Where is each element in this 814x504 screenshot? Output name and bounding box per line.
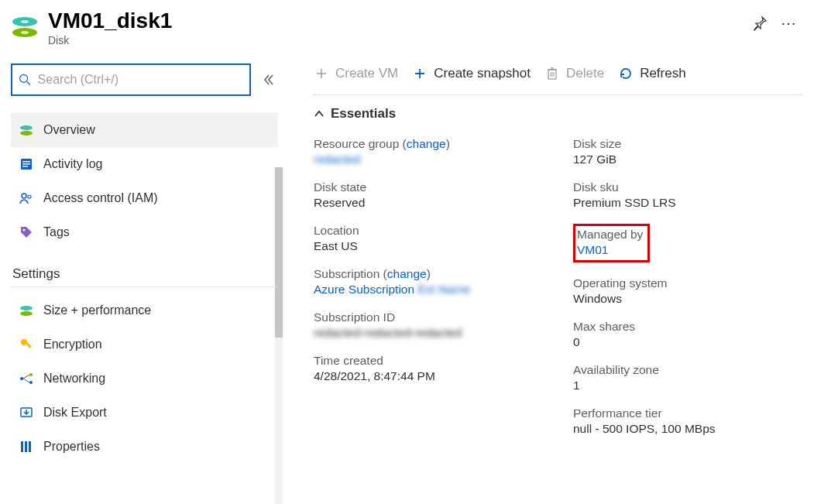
- essentials-right-col: Disk size 127 GiB Disk sku Premium SSD L…: [573, 137, 802, 450]
- tag-icon: [17, 223, 36, 242]
- sidebar-item-activity-log[interactable]: Activity log: [11, 147, 278, 181]
- disk-size-label: Disk size: [573, 137, 802, 151]
- export-icon: [17, 403, 36, 422]
- svg-point-13: [28, 195, 31, 198]
- svg-point-14: [23, 229, 26, 231]
- svg-point-15: [20, 306, 33, 310]
- sidebar-item-encryption[interactable]: Encryption: [11, 327, 278, 362]
- location-label: Location: [314, 224, 542, 238]
- disk-sku-label: Disk sku: [573, 180, 802, 194]
- button-label: Refresh: [640, 66, 686, 81]
- availability-zone-value: 1: [573, 379, 802, 393]
- essentials-label: Essentials: [331, 106, 396, 122]
- plus-icon: [412, 66, 428, 81]
- page-title: VM01_disk1: [48, 8, 750, 34]
- disk-icon: [17, 121, 36, 139]
- svg-line-5: [27, 81, 30, 84]
- essentials-left-col: Resource group (change) redacted Disk st…: [314, 137, 542, 450]
- network-icon: [17, 369, 36, 388]
- sidebar-item-label: Tags: [43, 225, 70, 239]
- os-value: Windows: [573, 292, 802, 306]
- sidebar-item-label: Activity log: [43, 157, 102, 171]
- sidebar-item-disk-export[interactable]: Disk Export: [11, 396, 278, 430]
- svg-point-7: [20, 131, 33, 135]
- button-label: Delete: [566, 66, 604, 81]
- svg-rect-18: [26, 342, 32, 348]
- search-box[interactable]: [11, 63, 251, 96]
- page-header: VM01_disk1 Disk ⋯: [0, 0, 814, 51]
- disk-state-label: Disk state: [314, 180, 542, 194]
- toolbar-divider: [314, 94, 802, 95]
- time-created-value: 4/28/2021, 8:47:44 PM: [314, 369, 542, 383]
- essentials-toggle[interactable]: Essentials: [314, 106, 802, 122]
- subscription-id-label: Subscription ID: [314, 310, 542, 324]
- sidebar-item-label: Properties: [43, 440, 100, 454]
- button-label: Create snapshot: [434, 66, 531, 81]
- svg-rect-25: [29, 441, 31, 452]
- sidebar-item-tags[interactable]: Tags: [11, 215, 278, 249]
- sidebar-divider: [11, 286, 278, 287]
- sidebar-section-settings: Settings: [11, 266, 278, 282]
- time-created-label: Time created: [314, 354, 542, 368]
- max-shares-label: Max shares: [573, 320, 802, 334]
- subscription-id-value: redacted-redacted-redacted: [314, 326, 462, 340]
- sidebar-item-size-performance[interactable]: Size + performance: [11, 293, 278, 327]
- resource-group-value[interactable]: redacted: [314, 153, 360, 166]
- refresh-icon: [618, 66, 634, 81]
- sidebar-item-access-control[interactable]: Access control (IAM): [11, 181, 278, 215]
- create-snapshot-button[interactable]: Create snapshot: [412, 66, 531, 81]
- svg-point-20: [29, 373, 33, 376]
- sidebar-item-label: Size + performance: [43, 303, 151, 317]
- svg-rect-23: [21, 441, 23, 452]
- command-bar: Create VM Create snapshot Delete Refresh: [314, 62, 802, 85]
- sidebar-item-label: Encryption: [43, 338, 102, 351]
- svg-point-12: [22, 194, 26, 198]
- search-input[interactable]: [36, 72, 243, 87]
- svg-point-4: [20, 74, 28, 82]
- disk-resource-icon: [9, 11, 40, 42]
- resource-type-label: Disk: [48, 34, 750, 46]
- resource-group-change-link[interactable]: change: [407, 137, 446, 150]
- disk-sku-value: Premium SSD LRS: [573, 196, 802, 210]
- svg-point-6: [20, 125, 33, 130]
- subscription-value[interactable]: Azure Subscription: [314, 283, 414, 296]
- button-label: Create VM: [335, 66, 398, 81]
- chevron-up-icon: [314, 108, 325, 119]
- trash-icon: [544, 66, 560, 81]
- svg-rect-10: [22, 163, 30, 165]
- key-icon: [17, 335, 36, 354]
- disk-icon: [17, 301, 36, 320]
- max-shares-value: 0: [573, 335, 802, 349]
- collapse-sidebar-button[interactable]: [260, 71, 277, 88]
- sidebar-item-label: Networking: [43, 372, 105, 386]
- os-label: Operating system: [573, 276, 802, 290]
- sidebar-item-overview[interactable]: Overview: [11, 113, 278, 147]
- availability-zone-label: Availability zone: [573, 363, 802, 377]
- svg-rect-9: [22, 161, 30, 163]
- svg-rect-11: [22, 166, 28, 167]
- sidebar-item-label: Access control (IAM): [43, 191, 158, 205]
- more-actions-button[interactable]: ⋯: [780, 14, 799, 33]
- main-content: Create VM Create snapshot Delete Refresh: [283, 51, 814, 501]
- pin-button[interactable]: [750, 14, 769, 33]
- resource-group-label: Resource group: [314, 137, 399, 150]
- svg-point-16: [20, 311, 33, 316]
- subscription-label: Subscription: [314, 267, 380, 280]
- managed-by-label: Managed by: [577, 228, 643, 242]
- disk-size-value: 127 GiB: [573, 153, 802, 166]
- disk-state-value: Reserved: [314, 196, 542, 210]
- performance-tier-value: null - 500 IOPS, 100 MBps: [573, 422, 802, 436]
- managed-by-highlight: Managed by VM01: [573, 224, 650, 262]
- location-value: East US: [314, 239, 542, 253]
- managed-by-link[interactable]: VM01: [577, 243, 609, 256]
- subscription-change-link[interactable]: change: [387, 267, 427, 280]
- sidebar-item-networking[interactable]: Networking: [11, 362, 278, 396]
- delete-button: Delete: [544, 66, 604, 81]
- svg-point-3: [21, 31, 29, 34]
- sidebar-item-label: Overview: [43, 123, 95, 137]
- svg-point-21: [29, 381, 33, 384]
- sidebar-item-properties[interactable]: Properties: [11, 430, 278, 464]
- refresh-button[interactable]: Refresh: [618, 66, 686, 81]
- sidebar-item-label: Disk Export: [43, 406, 107, 420]
- svg-point-1: [21, 20, 29, 23]
